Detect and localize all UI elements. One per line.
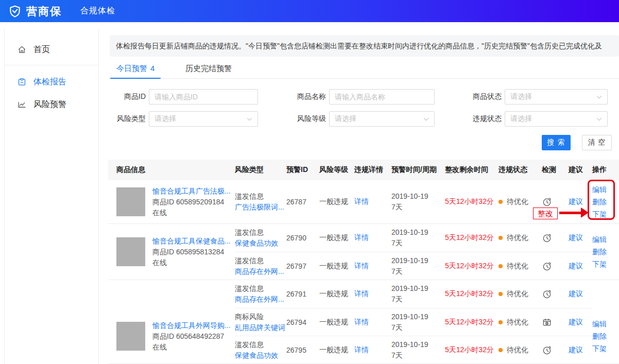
detect-cell xyxy=(542,233,569,243)
annotation-arrow-line xyxy=(559,212,582,214)
detail-link[interactable]: 详情 xyxy=(354,289,369,298)
risk-type-text: 滥发信息 xyxy=(235,283,286,294)
risk-sub-link[interactable]: 保健食品功效 xyxy=(235,238,286,249)
takedown-link[interactable]: 下架 xyxy=(592,344,616,353)
filter-buttons: 搜 索 清 空 xyxy=(108,135,619,150)
suggest-link[interactable]: 建议 xyxy=(569,233,583,241)
sidebar-item-label: 首页 xyxy=(33,44,50,55)
warning-period: 7天 xyxy=(391,350,445,361)
product-status-select[interactable]: 请选择 xyxy=(505,89,608,105)
product-name-input[interactable] xyxy=(329,89,435,105)
sidebar-item-label: 体检报告 xyxy=(33,77,66,88)
clear-button[interactable]: 清 空 xyxy=(582,135,612,150)
warning-date: 2019-10-19 xyxy=(391,339,445,350)
filter-risk-level: 风险等级 请选择 xyxy=(290,111,435,127)
risk-sub-link[interactable]: 乱用品牌关键词 xyxy=(235,322,286,333)
risk-type-text: 滥发信息 xyxy=(235,191,286,202)
takedown-link[interactable]: 下架 xyxy=(592,259,616,269)
suggest-link[interactable]: 建议 xyxy=(569,345,583,354)
product-image xyxy=(116,187,145,216)
status-text: 待优化 xyxy=(507,289,528,299)
product-id-text: 商品ID 605895813284 xyxy=(152,247,231,257)
remaining-time: 5天12小时32分 xyxy=(445,345,498,355)
tab-today-warning[interactable]: 今日预警4 xyxy=(110,61,161,78)
status-dot xyxy=(498,264,503,268)
sidebar-item-risk[interactable]: 风险预警 xyxy=(5,93,98,116)
product-name-link[interactable]: 愉音合规工具外网导购... xyxy=(152,320,231,331)
risk-sub-link[interactable]: 商品存在外网... xyxy=(235,266,286,277)
delete-link[interactable]: 删除 xyxy=(592,197,616,206)
clock-history-icon[interactable] xyxy=(542,289,552,299)
edit-link[interactable]: 编辑 xyxy=(592,185,616,194)
risk-sub-link[interactable]: 广告法极限词... xyxy=(235,202,286,213)
suggest-link[interactable]: 建议 xyxy=(569,197,583,205)
suggest-link[interactable]: 建议 xyxy=(569,318,583,326)
filter-product-id: 商品ID xyxy=(108,89,258,105)
action-cell: 编辑 删除 下架 xyxy=(592,224,616,280)
filter-label: 违规状态 xyxy=(466,114,502,124)
detect-cell xyxy=(542,345,569,355)
detail-link[interactable]: 详情 xyxy=(354,262,369,270)
calendar-clock-icon[interactable] xyxy=(542,317,552,327)
detail-link[interactable]: 详情 xyxy=(354,318,369,326)
table-header: 商品信息 风险类型 预警ID 风险等级 违规详情 预警时间/周期 整改剩余时间 … xyxy=(108,160,619,180)
filter-row-1: 商品ID 商品名称 商品状态 请选择 xyxy=(108,89,619,105)
product-id-input[interactable] xyxy=(149,89,258,105)
edit-link[interactable]: 编辑 xyxy=(592,319,616,328)
clock-history-icon[interactable] xyxy=(542,345,552,355)
warning-id: 26790 xyxy=(286,234,319,242)
sidebar-item-label: 风险预警 xyxy=(33,99,66,110)
col-remaining-time: 整改剩余时间 xyxy=(445,165,498,175)
tab-history-warning[interactable]: 历史完结预警 xyxy=(179,61,238,78)
status-dot xyxy=(498,292,503,296)
col-actions: 操作 xyxy=(592,165,616,175)
warning-date: 2019-10-19 xyxy=(391,283,445,294)
detail-link[interactable]: 详情 xyxy=(354,197,369,205)
suggest-link[interactable]: 建议 xyxy=(569,289,583,298)
detail-link[interactable]: 详情 xyxy=(354,345,369,354)
warning-period: 7天 xyxy=(391,238,445,249)
col-violation-detail: 违规详情 xyxy=(354,165,391,175)
warning-id: 26797 xyxy=(286,262,319,270)
clock-history-icon[interactable] xyxy=(542,233,552,243)
violation-row: 滥发信息 保健食品功效 26790 一般违规 详情 2019-10-19 7天 … xyxy=(235,224,592,252)
status-dot xyxy=(498,348,503,352)
risk-sub-link[interactable]: 商品存在外网... xyxy=(235,294,286,305)
filter-label: 风险类型 xyxy=(108,114,146,124)
sidebar-divider xyxy=(5,65,98,65)
risk-level: 一般违规 xyxy=(319,233,354,242)
detail-link[interactable]: 详情 xyxy=(354,233,369,241)
delete-link[interactable]: 删除 xyxy=(592,332,616,341)
status-dot xyxy=(498,200,503,204)
product-name-link[interactable]: 愉音合规工具广告法极... xyxy=(152,186,231,197)
suggest-link[interactable]: 建议 xyxy=(569,262,583,270)
search-button[interactable]: 搜 索 xyxy=(542,135,571,150)
col-risk-level: 风险等级 xyxy=(319,165,354,175)
risk-level-select[interactable]: 请选择 xyxy=(329,111,435,127)
filter-label: 商品状态 xyxy=(466,92,502,101)
risk-level: 一般违规 xyxy=(319,197,354,206)
warning-date: 2019-10-19 xyxy=(391,191,445,202)
filter-product-status: 商品状态 请选择 xyxy=(466,89,608,105)
violation-row: 滥发信息 保健食品功效 26795 一般违规 详情 2019-10-19 7天 … xyxy=(235,336,592,363)
sidebar-item-home[interactable]: 首页 xyxy=(5,38,98,61)
remaining-time: 5天12小时32分 xyxy=(445,262,498,271)
violation-status-select[interactable]: 请选择 xyxy=(505,111,608,127)
violation-row: 滥发信息 商品存在外网... 26797 一般违规 详情 2019-10-19 … xyxy=(235,252,592,280)
delete-link[interactable]: 删除 xyxy=(592,247,616,256)
chevron-down-icon xyxy=(423,117,429,121)
takedown-link[interactable]: 下架 xyxy=(592,210,616,219)
sidebar-item-report[interactable]: 体检报告 xyxy=(5,71,98,93)
product-image xyxy=(116,237,145,266)
home-icon xyxy=(17,45,27,55)
edit-link[interactable]: 编辑 xyxy=(592,235,616,244)
product-name-link[interactable]: 愉音合规工具保健食品... xyxy=(152,236,231,247)
risk-sub-link[interactable]: 保健食品功效 xyxy=(235,350,286,361)
filter-violation-status: 违规状态 请选择 xyxy=(466,111,608,127)
remaining-time: 5天12小时32分 xyxy=(445,233,498,242)
tab-count-badge: 4 xyxy=(150,64,154,73)
risk-type-select[interactable]: 请选择 xyxy=(149,111,258,127)
detect-cell xyxy=(542,289,569,299)
clock-history-icon[interactable] xyxy=(542,197,552,207)
clock-history-icon[interactable] xyxy=(542,261,552,271)
